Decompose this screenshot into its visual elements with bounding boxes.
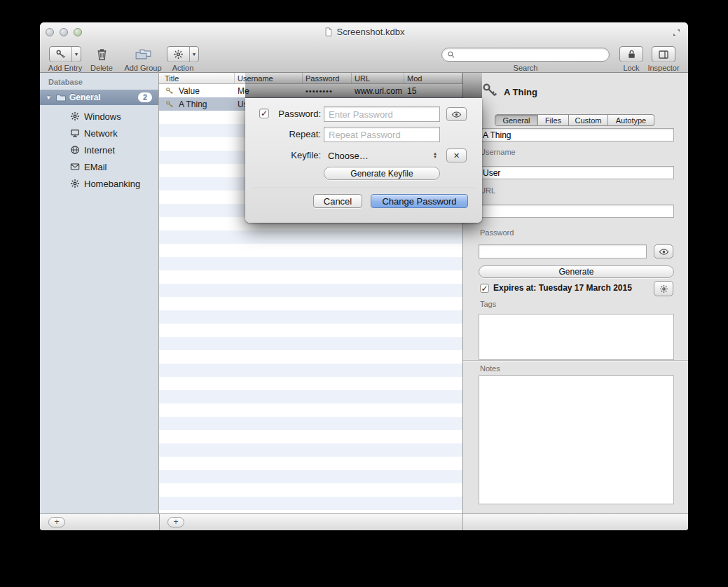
sidebar-item-email[interactable]: EMail — [40, 158, 158, 175]
expires-checkbox[interactable]: ✓ — [480, 284, 489, 293]
column-header-url[interactable]: URL — [352, 73, 404, 83]
trash-icon — [95, 48, 109, 61]
footer-bar: + + — [40, 513, 688, 530]
sidebar-item-windows[interactable]: Windows — [40, 108, 158, 125]
divider — [462, 514, 463, 530]
notes-label: Notes — [480, 364, 500, 373]
tab-autotype[interactable]: Autotype — [608, 114, 654, 126]
inspector-panel-icon — [658, 49, 669, 60]
search-input[interactable] — [458, 50, 609, 60]
entry-row-value[interactable]: Value Me •••••••• www.url.com 15 — [159, 84, 462, 97]
divider — [159, 514, 160, 530]
add-group-label: Add Group — [121, 64, 165, 72]
key-icon — [55, 49, 66, 60]
entry-password-cell: •••••••• — [303, 87, 352, 95]
inspector-button[interactable]: Inspector — [644, 46, 683, 72]
inspector-password-label: Password — [480, 228, 514, 237]
username-field[interactable] — [479, 166, 674, 179]
document-icon — [324, 27, 334, 37]
column-header-username[interactable]: Username — [235, 73, 303, 83]
entry-modified-cell: 15 — [404, 86, 462, 96]
inspector-tabs: General Files Custom Autotype — [495, 114, 654, 126]
entry-username-cell: Me — [235, 86, 303, 96]
lock-button[interactable]: Lock — [617, 46, 645, 72]
add-entry-button[interactable]: ▾ Add Entry — [47, 46, 83, 72]
url-field[interactable] — [479, 205, 674, 218]
tab-files[interactable]: Files — [538, 114, 569, 126]
tab-custom[interactable]: Custom — [569, 114, 608, 126]
change-password-sheet: ✓ Password: Repeat: Keyfile: Choose… ▲▼ … — [245, 98, 482, 223]
generate-keyfile-button[interactable]: Generate Keyfile — [324, 167, 440, 180]
username-label: Username — [480, 148, 516, 156]
keyfile-label: Keyfile: — [245, 150, 321, 160]
group-label: General — [69, 92, 138, 102]
action-button[interactable]: ▾ Action — [167, 46, 199, 72]
action-label: Action — [167, 64, 199, 72]
envelope-icon — [70, 162, 80, 172]
sidebar-item-label: Internet — [84, 145, 115, 156]
keyfile-popup[interactable]: Choose… ▲▼ — [324, 148, 440, 163]
inspector-reveal-password-button[interactable] — [654, 244, 673, 258]
expires-gear-button[interactable] — [654, 281, 673, 296]
entry-title: A Thing — [504, 87, 537, 97]
eye-icon — [659, 247, 669, 257]
key-icon — [165, 100, 174, 109]
title-field[interactable] — [479, 128, 674, 141]
sidebar-group-general[interactable]: ▾ General 2 — [40, 90, 158, 105]
key-icon — [165, 87, 174, 95]
add-group-button[interactable]: Add Group — [121, 46, 165, 72]
column-header-title[interactable]: Title — [159, 73, 235, 83]
password-input[interactable] — [324, 106, 440, 122]
inspector-panel: A Thing General Files Custom Autotype Us… — [462, 73, 688, 513]
tags-label: Tags — [480, 300, 496, 308]
sheet-reveal-password-button[interactable] — [446, 107, 467, 121]
sidebar-item-label: Windows — [84, 111, 121, 122]
entry-title-cell: Value — [179, 86, 200, 96]
delete-button[interactable]: Delete — [85, 46, 118, 72]
tab-general[interactable]: General — [495, 114, 538, 126]
fullscreen-icon[interactable] — [672, 28, 681, 37]
entry-list-add-button[interactable]: + — [167, 517, 184, 527]
lock-label: Lock — [617, 64, 645, 72]
separator — [252, 188, 475, 188]
expires-label: Expires at: Tuesday 17 March 2015 — [493, 283, 632, 293]
sidebar-item-label: Homebanking — [84, 179, 140, 189]
globe-icon — [70, 145, 80, 155]
search-field: Search — [441, 46, 610, 72]
sheet-password-label: Password: — [245, 109, 321, 119]
generate-password-button[interactable]: Generate — [479, 265, 674, 278]
sidebar-item-label: EMail — [84, 162, 107, 172]
check-icon: ✓ — [481, 284, 488, 293]
eye-icon — [451, 109, 462, 120]
column-header-password[interactable]: Password — [303, 73, 352, 83]
sidebar-item-internet[interactable]: Internet — [40, 141, 158, 158]
folders-icon — [135, 48, 151, 61]
clear-keyfile-button[interactable]: ✕ — [446, 149, 467, 163]
notes-input[interactable] — [479, 375, 674, 504]
folder-icon — [55, 92, 67, 103]
window-title: Screenshot.kdbx — [337, 27, 405, 37]
entry-url-cell: www.url.com — [352, 86, 404, 96]
sidebar-add-group-button[interactable]: + — [48, 517, 65, 527]
sidebar-item-homebanking[interactable]: Homebanking — [40, 175, 158, 192]
sidebar-item-label: Network — [84, 128, 118, 139]
key-icon — [481, 82, 498, 99]
repeat-password-input[interactable] — [324, 127, 440, 142]
repeat-label: Repeat: — [245, 129, 321, 139]
monitor-icon — [70, 128, 80, 138]
change-password-button[interactable]: Change Password — [371, 194, 468, 208]
inspector-label: Inspector — [644, 64, 683, 72]
keyfile-value: Choose… — [328, 151, 369, 161]
cancel-button[interactable]: Cancel — [313, 194, 362, 208]
gear-icon — [173, 49, 184, 60]
gear-icon — [70, 111, 80, 121]
gear-icon — [70, 179, 80, 188]
chevron-down-icon: ▾ — [71, 47, 81, 62]
column-header-modified[interactable]: Mod — [404, 73, 462, 83]
add-entry-label: Add Entry — [47, 64, 83, 72]
sidebar-item-network[interactable]: Network — [40, 125, 158, 141]
password-field[interactable] — [479, 244, 647, 258]
disclosure-triangle-icon[interactable]: ▾ — [47, 94, 55, 101]
gear-icon — [659, 284, 668, 294]
tags-input[interactable] — [479, 314, 674, 360]
